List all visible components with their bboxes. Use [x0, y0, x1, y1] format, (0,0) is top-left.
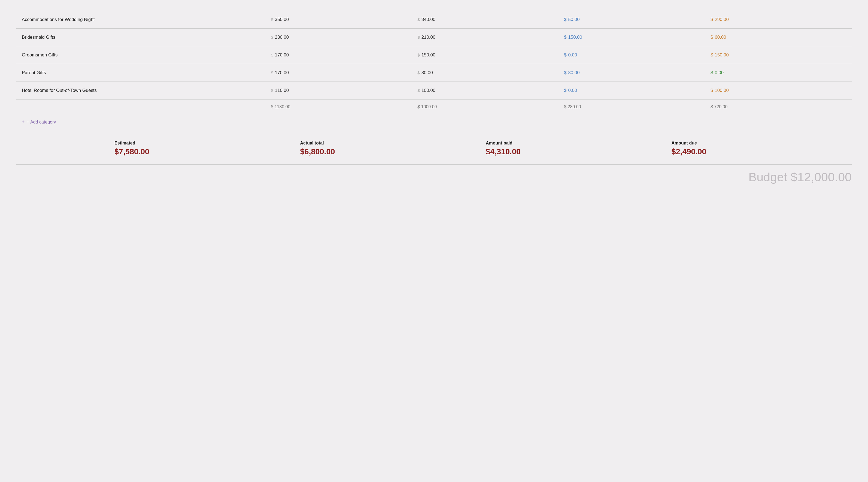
estimated-value: 230.00	[275, 35, 289, 40]
table-row: Groomsmen Gifts $170.00 $150.00 $0.00 $1…	[17, 46, 851, 64]
subtotal-paid: $ 280.00	[559, 100, 705, 114]
dollar-icon: $	[711, 70, 713, 75]
subtotals-row: $ 1180.00 $ 1000.00 $ 280.00 $ 720.00	[17, 100, 851, 114]
dollar-icon: $	[711, 35, 713, 40]
due-value: 60.00	[715, 35, 726, 40]
summary-actual-label: Actual total	[300, 141, 475, 146]
estimated-cell: $350.00	[266, 11, 412, 29]
paid-cell: $50.00	[559, 11, 705, 29]
due-cell: $100.00	[705, 82, 851, 100]
summary-paid-label: Amount paid	[486, 141, 661, 146]
subtotal-actual: $ 1000.00	[412, 100, 559, 114]
actual-cell: $80.00	[412, 64, 559, 82]
due-value: 100.00	[715, 88, 728, 93]
plus-icon: +	[22, 119, 25, 125]
dollar-icon: $	[564, 70, 566, 75]
paid-value: 150.00	[568, 35, 582, 40]
due-cell: $0.00	[705, 64, 851, 82]
paid-cell: $150.00	[559, 29, 705, 46]
summary-actual-value: $6,800.00	[300, 147, 475, 156]
table-row: Parent Gifts $170.00 $80.00 $80.00 $0.00	[17, 64, 851, 82]
due-cell: $150.00	[705, 46, 851, 64]
category-name: Groomsmen Gifts	[17, 46, 266, 64]
paid-value: 80.00	[568, 70, 580, 75]
summary-due-value: $2,490.00	[672, 147, 846, 156]
paid-cell: $0.00	[559, 46, 705, 64]
add-category-label: + Add category	[27, 120, 56, 124]
add-category-button[interactable]: + + Add category	[22, 119, 56, 125]
dollar-icon: $	[271, 70, 273, 75]
estimated-value: 110.00	[275, 88, 289, 93]
summary-actual: Actual total $6,800.00	[295, 135, 480, 159]
dollar-icon: $	[564, 17, 566, 22]
summary-estimated-label: Estimated	[115, 141, 289, 146]
dollar-icon: $	[711, 17, 713, 22]
actual-cell: $100.00	[412, 82, 559, 100]
estimated-value: 170.00	[275, 70, 289, 75]
due-value: 150.00	[715, 52, 728, 58]
subtotal-estimated: $ 1180.00	[266, 100, 412, 114]
actual-value: 150.00	[422, 52, 435, 58]
dollar-icon: $	[417, 88, 420, 93]
budget-total: Budget $12,000.00	[17, 164, 851, 184]
summary-due: Amount due $2,490.00	[666, 135, 852, 159]
estimated-cell: $170.00	[266, 46, 412, 64]
estimated-value: 170.00	[275, 52, 289, 58]
dollar-icon: $	[271, 53, 273, 57]
paid-cell: $80.00	[559, 64, 705, 82]
summary-due-label: Amount due	[672, 141, 846, 146]
summary-paid: Amount paid $4,310.00	[480, 135, 666, 159]
add-category-row: + + Add category	[17, 114, 851, 130]
summary-estimated: Estimated $7,580.00	[109, 135, 295, 159]
summary-section: Estimated $7,580.00 Actual total $6,800.…	[17, 135, 851, 159]
dollar-icon: $	[564, 35, 566, 40]
table-row: Bridesmaid Gifts $230.00 $210.00 $150.00…	[17, 29, 851, 46]
dollar-icon: $	[271, 88, 273, 93]
table-row: Accommodations for Wedding Night $350.00…	[17, 11, 851, 29]
budget-table: Accommodations for Wedding Night $350.00…	[17, 11, 851, 130]
table-row: Hotel Rooms for Out-of-Town Guests $110.…	[17, 82, 851, 100]
paid-value: 0.00	[568, 52, 577, 58]
dollar-icon: $	[711, 52, 713, 58]
estimated-cell: $170.00	[266, 64, 412, 82]
estimated-cell: $110.00	[266, 82, 412, 100]
dollar-icon: $	[417, 70, 420, 75]
category-name: Accommodations for Wedding Night	[17, 11, 266, 29]
due-cell: $60.00	[705, 29, 851, 46]
paid-cell: $0.00	[559, 82, 705, 100]
dollar-icon: $	[564, 88, 566, 93]
actual-cell: $340.00	[412, 11, 559, 29]
dollar-icon: $	[417, 17, 420, 22]
category-name: Hotel Rooms for Out-of-Town Guests	[17, 82, 266, 100]
actual-value: 210.00	[422, 35, 435, 40]
actual-cell: $150.00	[412, 46, 559, 64]
estimated-value: 350.00	[275, 17, 289, 22]
actual-value: 100.00	[422, 88, 435, 93]
category-name: Parent Gifts	[17, 64, 266, 82]
dollar-icon: $	[417, 53, 420, 57]
dollar-icon: $	[417, 35, 420, 39]
due-value: 290.00	[715, 17, 728, 22]
dollar-icon: $	[711, 88, 713, 93]
actual-value: 340.00	[422, 17, 435, 22]
subtotal-due: $ 720.00	[705, 100, 851, 114]
category-name: Bridesmaid Gifts	[17, 29, 266, 46]
due-value: 0.00	[715, 70, 723, 75]
due-cell: $290.00	[705, 11, 851, 29]
summary-spacer	[17, 135, 109, 159]
actual-cell: $210.00	[412, 29, 559, 46]
actual-value: 80.00	[422, 70, 433, 75]
dollar-icon: $	[271, 35, 273, 39]
dollar-icon: $	[564, 52, 566, 58]
estimated-cell: $230.00	[266, 29, 412, 46]
dollar-icon: $	[271, 17, 273, 22]
summary-estimated-value: $7,580.00	[115, 147, 289, 156]
paid-value: 50.00	[568, 17, 580, 22]
paid-value: 0.00	[568, 88, 577, 93]
summary-paid-value: $4,310.00	[486, 147, 661, 156]
